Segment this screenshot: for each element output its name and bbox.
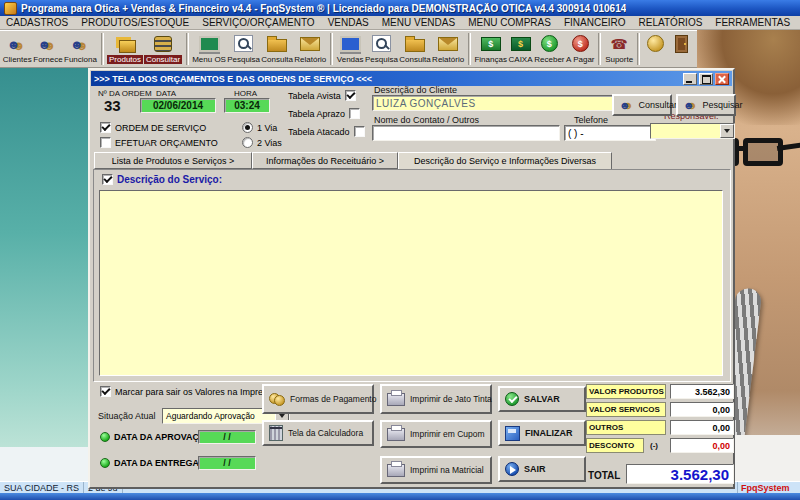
desconto-value: 0,00 [670, 438, 734, 453]
imprimir-cupom-button[interactable]: Imprimir em Cupom [380, 420, 492, 448]
descricao-servico-textarea[interactable] [99, 190, 723, 376]
menubar: CADASTROS PRODUTOS/ESTOQUE SERVIÇO/ORÇAM… [0, 16, 800, 30]
search-icon [234, 35, 253, 52]
situacao-combo-value: Aguardando Aprovação [166, 411, 255, 421]
calculadora-label: Tela da Calculadora [288, 428, 363, 438]
exit-arrow-icon [505, 462, 519, 476]
pay-coin-icon: $ [572, 35, 589, 52]
toolbar-fornecedores[interactable]: Fornece [32, 32, 63, 66]
boxes-icon [119, 40, 136, 53]
tabela-aprazo-checkbox[interactable]: Tabela Aprazo [288, 108, 360, 119]
tab-lista-produtos[interactable]: Lista de Produtos e Serviços > [94, 152, 252, 169]
glasses-lens [743, 138, 783, 166]
toolbar-produtos[interactable]: Produtos [107, 32, 144, 66]
toolbar-relatorio-os[interactable]: Relatório [294, 32, 327, 66]
formas-pagamento-button[interactable]: Formas de Pagamento [262, 384, 374, 414]
menu-menu-compras[interactable]: MENU COMPRAS [468, 17, 551, 28]
menu-cadastros[interactable]: CADASTROS [6, 17, 68, 28]
coins-icon [269, 393, 285, 405]
toolbar-a-pagar[interactable]: $ A Pagar [565, 32, 595, 66]
printer-icon [387, 393, 405, 406]
toolbar-label: Consulta [261, 55, 293, 64]
salvar-label: SALVAR [524, 394, 560, 404]
telefone-field[interactable]: ( ) - [564, 125, 656, 141]
data-aprovacao-field[interactable]: / / [198, 430, 256, 444]
chevron-down-icon[interactable] [720, 124, 734, 138]
descricao-servico-checkbox[interactable]: Descrição do Serviço: [102, 174, 222, 185]
total-value: 3.562,30 [626, 464, 734, 484]
toolbar-label: Fornece [33, 55, 62, 64]
toolbar-label: Funciona [64, 55, 97, 64]
toolbar-pesquisa-os[interactable]: Pesquisa [227, 32, 261, 66]
app-icon [4, 2, 17, 15]
toolbar-relatorio-vendas[interactable]: Relatório [431, 32, 464, 66]
cash-register-icon: $ [511, 37, 531, 51]
toolbar-funcionarios[interactable]: Funciona [63, 32, 97, 66]
finalizar-button[interactable]: FINALIZAR [498, 420, 586, 446]
menu-financeiro[interactable]: FINANCEIRO [564, 17, 626, 28]
orcamentos-window-titlebar[interactable]: >>> TELA DOS ORÇAMENTOS E DAS ORDENS DE … [91, 71, 732, 86]
toolbar-financas[interactable]: $ Finanças [474, 32, 508, 66]
data-entrega-field[interactable]: / / [198, 456, 256, 470]
radio-1-via[interactable]: 1 Via [242, 122, 277, 133]
toolbar-moeda[interactable] [643, 32, 669, 66]
consultar-button-label: Consultar [639, 100, 678, 110]
toolbar-receber[interactable]: $ Receber [534, 32, 566, 66]
data-entrega-radio[interactable]: DATA DA ENTREGA [100, 458, 199, 468]
valor-produtos-label: VALOR PRODUTOS [586, 384, 666, 399]
imprimir-matricial-button[interactable]: Imprimi na Matricial [380, 456, 492, 484]
monitor-blue-icon [340, 36, 361, 52]
formas-pagamento-label: Formas de Pagamento [290, 394, 376, 404]
efetuar-orcamento-checkbox[interactable]: EFETUAR ORÇAMENTO [100, 137, 218, 148]
tabela-avista-checkbox[interactable]: Tabela Avista [288, 90, 356, 101]
imprimir-jato-button[interactable]: Imprimir de Jato Tinta [380, 384, 492, 414]
toolbar-consulta-vendas[interactable]: Consulta [399, 32, 432, 66]
tab-descricao-servico[interactable]: Descrição do Serviço e Informações Diver… [398, 152, 612, 170]
calculadora-button[interactable]: Tela da Calculadora [262, 420, 374, 446]
toolbar-consulta-os[interactable]: Consulta [261, 32, 294, 66]
menu-vendas[interactable]: VENDAS [328, 17, 369, 28]
responsavel-combo[interactable] [650, 123, 735, 139]
toolbar-separator [101, 33, 104, 65]
consultar-button[interactable]: Consultar [612, 94, 672, 116]
minimize-button[interactable] [683, 73, 697, 85]
maximize-button[interactable] [699, 73, 713, 85]
contato-label: Nome do Contato / Outros [374, 115, 479, 125]
toolbar-label: Suporte [605, 55, 633, 64]
toolbar-suporte[interactable]: Suporte [604, 32, 634, 66]
toolbar-menu-os[interactable]: Menu OS [192, 32, 227, 66]
toolbar-pesquisa-vendas[interactable]: Pesquisa [364, 32, 398, 66]
toolbar-label: Relatório [432, 55, 464, 64]
radio-2-vias[interactable]: 2 Vias [242, 137, 282, 148]
valores-impressao-checkbox[interactable]: Marcar para sair os Valores na Impressão [100, 386, 282, 397]
suppliers-people-icon [37, 35, 58, 53]
menu-ferramentas[interactable]: FERRAMENTAS [715, 17, 790, 28]
tab-informacoes-receituario[interactable]: Informações do Receituário > [252, 152, 398, 169]
date-field[interactable]: 02/06/2014 [140, 98, 216, 113]
toolbar-separator [186, 33, 189, 65]
menu-produtos-estoque[interactable]: PRODUTOS/ESTOQUE [81, 17, 189, 28]
time-field[interactable]: 03:24 [224, 98, 270, 113]
pesquisar-button[interactable]: Pesquisar [676, 94, 736, 116]
monitor-green-icon [199, 36, 220, 52]
toolbar-label: CAIXA [509, 55, 533, 64]
toolbar-clientes[interactable]: Clientes [2, 32, 32, 66]
desconto-minus: (-) [650, 441, 658, 450]
contato-field[interactable] [372, 125, 560, 141]
toolbar-sair-app[interactable] [669, 32, 695, 66]
salvar-button[interactable]: SALVAR [498, 386, 586, 412]
toolbar-label: Clientes [3, 55, 32, 64]
close-button[interactable] [715, 73, 729, 85]
sair-button[interactable]: SAIR [498, 456, 586, 482]
tabela-atacado-checkbox[interactable]: Tabela Atacado [288, 126, 365, 137]
toolbar-consultar[interactable]: Consultar [144, 32, 183, 66]
ordem-servico-checkbox[interactable]: ORDEM DE SERVIÇO [100, 122, 206, 133]
menu-menu-vendas[interactable]: MENU VENDAS [382, 17, 455, 28]
valor-servicos-value: 0,00 [670, 402, 734, 417]
menu-servico-orcamento[interactable]: SERVIÇO/ORÇAMENTO [202, 17, 314, 28]
toolbar-caixa[interactable]: $ CAIXA [508, 32, 534, 66]
menu-relatorios[interactable]: RELATÓRIOS [639, 17, 703, 28]
toolbar-vendas[interactable]: Vendas [336, 32, 364, 66]
data-aprovacao-radio[interactable]: DATA DA APROVAÇÃO [100, 432, 213, 442]
envelope-icon [438, 37, 458, 51]
